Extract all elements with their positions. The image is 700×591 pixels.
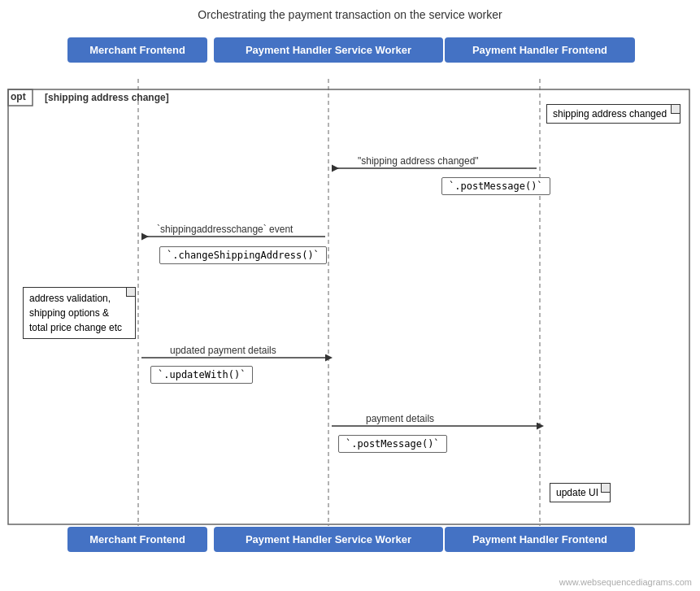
arrow-label-3: updated payment details: [170, 345, 276, 356]
method-postmessage-2: `.postMessage()`: [338, 435, 447, 453]
actor-sw-top: Payment Handler Service Worker: [214, 37, 443, 63]
note-update-ui: update UI: [550, 483, 611, 502]
actor-merchant-bottom: Merchant Frontend: [67, 527, 207, 552]
opt-condition: [shipping address change]: [45, 92, 169, 103]
actor-merchant-top: Merchant Frontend: [67, 37, 207, 63]
method-change-shipping: `.changeShippingAddress()`: [159, 246, 327, 264]
note-shipping-changed: shipping address changed: [546, 104, 680, 124]
watermark: www.websequencediagrams.com: [559, 577, 692, 587]
actor-phf-bottom: Payment Handler Frontend: [445, 527, 635, 552]
note-address-validation: address validation,shipping options &tot…: [23, 287, 136, 339]
method-postmessage-1: `.postMessage()`: [441, 177, 550, 195]
arrow-label-4: payment details: [366, 413, 434, 424]
actor-sw-bottom: Payment Handler Service Worker: [214, 527, 443, 552]
opt-label: opt: [11, 91, 26, 102]
method-updatewith: `.updateWith()`: [150, 366, 253, 384]
arrow-label-1: "shipping address changed": [358, 155, 479, 167]
arrow-label-2: `shippingaddresschange` event: [157, 224, 293, 235]
diagram-container: Orchestrating the payment transaction on…: [0, 0, 700, 591]
actor-phf-top: Payment Handler Frontend: [445, 37, 635, 63]
diagram-title: Orchestrating the payment transaction on…: [0, 0, 700, 21]
